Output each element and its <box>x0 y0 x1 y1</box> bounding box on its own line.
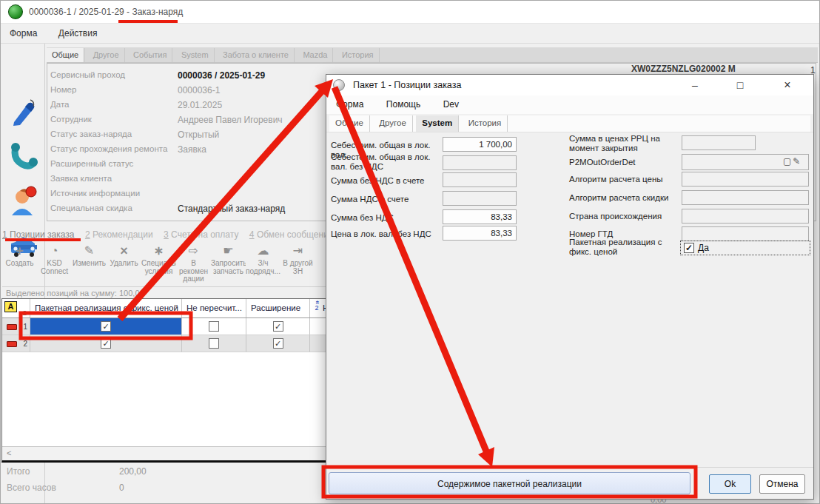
total-sum-row: Итого 200,00 <box>7 466 325 481</box>
cell-extension[interactable]: ✓ <box>246 335 310 352</box>
hand-icon: ☛ <box>211 243 246 258</box>
cell-no-recalc[interactable] <box>182 318 246 335</box>
field-label: Сотрудник <box>50 115 176 124</box>
cost-total-field[interactable]: 1 700,00 <box>443 137 517 152</box>
cancel-button[interactable]: Отмена <box>759 474 805 494</box>
selection-status: Выделено позиций на сумму: 100,00 <box>2 286 326 298</box>
checkbox-unchecked-icon[interactable] <box>209 321 219 332</box>
tab-istoriya[interactable]: История <box>337 48 380 63</box>
menu-forma[interactable]: Форма <box>1 24 46 43</box>
dialog-content: Себестоим. общая в лок. вал. 1 700,00 Се… <box>326 132 813 467</box>
create-button[interactable]: + Создать <box>2 243 37 286</box>
customer-alert-icon[interactable] <box>10 186 38 217</box>
dialog-tab-system[interactable]: System <box>416 115 459 132</box>
price-algorithm-field[interactable] <box>682 172 809 187</box>
fixed-price-flag[interactable]: ✓ Да <box>680 241 810 255</box>
edit-button[interactable]: ✎ Изменить <box>72 243 107 286</box>
total-hours-value: 0 <box>119 483 124 493</box>
package-positions-dialog: Пакет 1 - Позиции заказа – □ × Форма Пом… <box>326 74 814 500</box>
field-label: Сервисный проход <box>50 70 176 79</box>
row-status-icon <box>7 324 17 330</box>
total-hours-row: Всего часов 0 <box>7 483 325 497</box>
tab-mazda[interactable]: Mazda <box>298 48 333 63</box>
delete-button[interactable]: × Удалить <box>107 243 141 286</box>
tab-drugoe[interactable]: Другое <box>88 48 125 63</box>
field-label: Дата <box>50 100 176 109</box>
to-other-order-button[interactable]: ⇥ В другой ЗН <box>280 243 315 286</box>
sum-no-vat-field[interactable]: 83,33 <box>443 209 517 224</box>
move-to-icon: ⇥ <box>280 243 315 258</box>
asterisk-icon: ∗ <box>141 243 176 258</box>
total-sum-value: 200,00 <box>119 466 147 477</box>
close-button[interactable]: × <box>776 76 799 94</box>
main-menubar: Форма Действия <box>1 24 819 44</box>
dialog-tab-istoriya[interactable]: История <box>463 115 508 132</box>
price-local-no-vat-field[interactable]: 83,33 <box>443 226 517 241</box>
arrow-right-icon: ⇨ <box>176 243 211 258</box>
checkbox-unchecked-icon[interactable] <box>209 338 219 349</box>
vat-sum-invoice-field[interactable] <box>443 191 517 206</box>
dialog-tab-drugoe[interactable]: Другое <box>373 115 413 132</box>
checkbox-checked-icon[interactable]: ✓ <box>101 338 111 349</box>
column-header-fixed-price[interactable]: Пакетная реализация с фикс. ценой <box>30 299 182 317</box>
lookup-and-edit-icons[interactable]: ▢✎ <box>783 156 811 167</box>
maximize-button[interactable]: □ <box>729 76 751 94</box>
main-tabstrip: Общие Другое События System Забота о кли… <box>47 47 818 63</box>
dialog-tab-obshchie[interactable]: Общие <box>329 115 370 132</box>
row-indicator-cell: 2 <box>2 335 30 352</box>
cell-extension[interactable]: ✓ <box>246 318 310 335</box>
pen-icon[interactable] <box>10 97 38 128</box>
dialog-title: Пакет 1 - Позиции заказа <box>353 80 461 90</box>
ok-button[interactable]: Ok <box>709 474 751 494</box>
sum-no-vat-invoice-field[interactable] <box>443 172 517 187</box>
rrp-sum-field[interactable] <box>682 135 756 150</box>
grid-corner-cell[interactable]: A 2 <box>2 299 30 317</box>
scroll-left-icon[interactable]: < <box>7 448 11 457</box>
tab-invoices[interactable]: 3 Счета на оплату <box>164 228 238 240</box>
subcontractor-parts-button[interactable]: ☁ З/ч подрядч... <box>246 243 280 286</box>
cell-fixed-price-selected[interactable]: ✓ <box>30 318 182 335</box>
gtd-number-field[interactable] <box>682 226 809 241</box>
cost-total-no-vat-field[interactable] <box>443 155 517 170</box>
checkbox-checked-icon[interactable]: ✓ <box>101 321 111 332</box>
main-titlebar: 0000036-1 / 2025-01-29 - Заказ-наряд <box>1 1 819 24</box>
dialog-menu-forma[interactable]: Форма <box>326 95 373 110</box>
flag-label: Пакетная реализация с фикс. ценой <box>569 238 680 257</box>
origin-country-field[interactable] <box>682 209 809 224</box>
discount-algorithm-field[interactable] <box>682 190 809 205</box>
dialog-menu-dev[interactable]: Dev <box>434 95 468 110</box>
dialog-menu-pomoshch[interactable]: Помощь <box>377 95 430 110</box>
dialog-buttonbar: Содержимое пакетной реализации Ok Отмена <box>326 468 813 499</box>
field-label: Специальная скидка <box>50 204 176 212</box>
field-label: Расширенный статус <box>50 159 176 168</box>
column-header-extension[interactable]: Расширение <box>246 299 310 317</box>
field-label: Источник информации <box>50 189 176 198</box>
special-conditions-button[interactable]: ∗ Специальные условия <box>141 243 176 286</box>
tab-order-positions[interactable]: 1 Позиции заказа <box>2 228 74 240</box>
minimize-button[interactable]: – <box>684 76 706 94</box>
checkbox-checked-icon[interactable]: ✓ <box>273 338 283 349</box>
column-header-no-recalc[interactable]: Не пересчит... <box>182 299 246 317</box>
checkbox-checked-icon[interactable]: ✓ <box>684 243 694 253</box>
request-part-button[interactable]: ☛ Запросить запчасть <box>211 243 246 286</box>
tab-recommendations[interactable]: 2 Рекомендации <box>85 228 153 240</box>
cell-no-recalc[interactable] <box>182 335 246 352</box>
tab-system[interactable]: System <box>176 48 215 63</box>
cell-fixed-price[interactable]: ✓ <box>30 335 182 352</box>
tab-zabota[interactable]: Забота о клиенте <box>218 48 295 63</box>
tab-messages[interactable]: 4 Обмен сообщениями <box>249 228 326 240</box>
row-status-icon <box>7 341 17 347</box>
checkbox-checked-icon[interactable]: ✓ <box>273 321 283 332</box>
menu-deystviya[interactable]: Действия <box>50 24 107 43</box>
tab-obshchie[interactable]: Общие <box>47 48 84 63</box>
tab-sobytiya[interactable]: События <box>128 48 172 63</box>
positions-toolbar: + Создать ◔ KSD Connect ✎ Изменить × Уда… <box>2 243 326 286</box>
package-content-button[interactable]: Содержимое пакетной реализации <box>329 472 690 494</box>
lower-tabstrip: 1 Позиции заказа 2 Рекомендации 3 Счета … <box>2 227 326 242</box>
sort-ascending-icon: « 2 <box>312 300 321 312</box>
dialog-status-icon <box>333 79 345 91</box>
to-recommendations-button[interactable]: ⇨ В рекомен дации <box>176 243 211 286</box>
phone-icon[interactable] <box>10 141 38 172</box>
auto-filter-icon: A <box>4 301 17 312</box>
ksd-connect-button[interactable]: ◔ KSD Connect <box>37 243 72 286</box>
